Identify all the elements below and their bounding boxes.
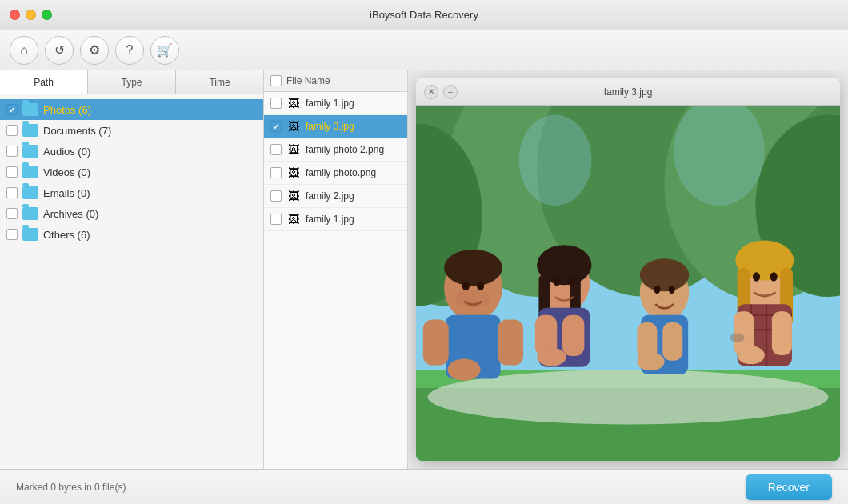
cart-icon: 🛒 xyxy=(157,42,173,58)
image-icon-6: 🖼 xyxy=(286,212,301,226)
file-list-header: File Name xyxy=(264,70,407,92)
content-row: File Name 🖼 family 1.jpg 🖼 family 3.jpg … xyxy=(264,70,848,469)
header-checkbox[interactable] xyxy=(270,75,282,86)
cart-button[interactable]: 🛒 xyxy=(150,36,179,65)
tree-item-documents[interactable]: Documents (7) xyxy=(0,120,263,141)
svg-point-54 xyxy=(770,272,778,281)
status-bar: Marked 0 bytes in 0 file(s) Recover xyxy=(0,469,848,504)
preview-image xyxy=(416,106,840,461)
svg-point-55 xyxy=(730,334,745,342)
file-tree: Photos (6) Documents (7) Audios (0) Vide… xyxy=(0,94,263,469)
svg-point-19 xyxy=(462,282,470,290)
svg-point-14 xyxy=(444,250,502,286)
file-name-1: family 1.jpg xyxy=(306,98,354,109)
svg-point-18 xyxy=(448,358,481,380)
folder-icon-photos xyxy=(22,103,38,116)
image-icon-4: 🖼 xyxy=(286,166,301,180)
tree-item-audios[interactable]: Audios (0) xyxy=(0,141,263,162)
status-text: Marked 0 bytes in 0 file(s) xyxy=(16,482,126,493)
preview-close-button[interactable]: ✕ xyxy=(424,85,438,99)
tree-label-emails: Emails (0) xyxy=(43,187,90,199)
tree-label-photos: Photos (6) xyxy=(43,104,91,116)
folder-icon-others xyxy=(22,228,38,241)
svg-rect-16 xyxy=(423,320,449,366)
file-item-6[interactable]: 🖼 family 1.jpg xyxy=(264,208,407,231)
file-item-5[interactable]: 🖼 family 2.jpg xyxy=(264,185,407,208)
svg-rect-36 xyxy=(662,322,682,361)
file-item-2[interactable]: 🖼 family 3.jpg xyxy=(264,115,407,138)
tree-label-others: Others (6) xyxy=(43,229,90,241)
checkbox-file-4[interactable] xyxy=(270,167,282,178)
back-button[interactable]: ↺ xyxy=(45,36,74,65)
toolbar: ⌂ ↺ ⚙ ? 🛒 xyxy=(0,30,848,70)
recover-button[interactable]: Recover xyxy=(746,474,832,500)
tree-item-videos[interactable]: Videos (0) xyxy=(0,162,263,182)
file-list: File Name 🖼 family 1.jpg 🖼 family 3.jpg … xyxy=(264,70,408,469)
preview-titlebar: ✕ – family 3.jpg xyxy=(416,78,840,106)
checkbox-file-2[interactable] xyxy=(270,121,282,132)
file-name-6: family 1.jpg xyxy=(306,214,354,225)
tree-item-archives[interactable]: Archives (0) xyxy=(0,203,263,224)
checkbox-file-6[interactable] xyxy=(270,214,282,225)
preview-title: family 3.jpg xyxy=(604,86,653,98)
home-button[interactable]: ⌂ xyxy=(10,36,38,65)
checkbox-file-5[interactable] xyxy=(270,190,282,202)
tab-path[interactable]: Path xyxy=(0,70,88,94)
tree-item-others[interactable]: Others (6) xyxy=(0,224,263,245)
svg-point-30 xyxy=(554,277,561,286)
checkbox-audios[interactable] xyxy=(6,146,18,157)
svg-point-39 xyxy=(669,286,675,294)
svg-point-31 xyxy=(568,277,575,286)
checkbox-videos[interactable] xyxy=(6,166,18,178)
checkbox-documents[interactable] xyxy=(6,125,18,136)
svg-point-53 xyxy=(753,272,760,281)
family-photo-svg xyxy=(416,106,840,461)
app-title: iBoysoft Data Recovery xyxy=(370,9,478,21)
tree-label-videos: Videos (0) xyxy=(43,166,90,178)
help-icon: ? xyxy=(126,43,134,58)
svg-rect-17 xyxy=(498,320,523,366)
folder-icon-emails xyxy=(22,186,38,199)
tab-type[interactable]: Type xyxy=(88,70,176,94)
svg-rect-51 xyxy=(772,311,792,355)
tree-label-documents: Documents (7) xyxy=(43,125,111,137)
image-icon-3: 🖼 xyxy=(286,142,301,157)
file-item-4[interactable]: 🖼 family photo.png xyxy=(264,162,407,185)
help-button[interactable]: ? xyxy=(115,36,144,65)
svg-point-21 xyxy=(455,290,492,308)
folder-icon-documents xyxy=(22,124,38,137)
back-icon: ↺ xyxy=(54,42,65,58)
folder-icon-audios xyxy=(22,145,38,158)
checkbox-archives[interactable] xyxy=(6,208,18,219)
file-name-3: family photo 2.png xyxy=(306,144,384,155)
checkbox-file-3[interactable] xyxy=(270,144,282,155)
gear-icon: ⚙ xyxy=(89,42,100,58)
minimize-button[interactable] xyxy=(26,10,36,20)
window-controls xyxy=(10,10,52,20)
file-name-2: family 3.jpg xyxy=(306,121,354,132)
left-panel: Path Type Time Photos (6) Documents (7) xyxy=(0,70,264,469)
svg-rect-43 xyxy=(752,257,779,270)
home-icon: ⌂ xyxy=(20,43,28,58)
folder-icon-videos xyxy=(22,166,38,178)
svg-point-33 xyxy=(640,258,689,291)
image-icon-1: 🖼 xyxy=(286,96,301,110)
file-item-3[interactable]: 🖼 family photo 2.png xyxy=(264,138,407,162)
checkbox-others[interactable] xyxy=(6,229,18,240)
close-button[interactable] xyxy=(10,10,20,20)
svg-point-20 xyxy=(477,282,484,290)
tree-item-emails[interactable]: Emails (0) xyxy=(0,182,263,203)
tab-time[interactable]: Time xyxy=(176,70,263,94)
checkbox-photos[interactable] xyxy=(6,104,18,115)
image-icon-2: 🖼 xyxy=(286,119,301,134)
tree-item-photos[interactable]: Photos (6) xyxy=(0,99,263,120)
preview-secondary-button[interactable]: – xyxy=(443,85,458,99)
checkbox-file-1[interactable] xyxy=(270,98,282,109)
tree-label-audios: Audios (0) xyxy=(43,146,90,158)
maximize-button[interactable] xyxy=(42,10,52,20)
preview-area: ✕ – family 3.jpg xyxy=(408,70,848,469)
file-name-4: family photo.png xyxy=(306,167,376,178)
file-item-1[interactable]: 🖼 family 1.jpg xyxy=(264,92,407,115)
settings-button[interactable]: ⚙ xyxy=(80,36,109,65)
checkbox-emails[interactable] xyxy=(6,187,18,198)
